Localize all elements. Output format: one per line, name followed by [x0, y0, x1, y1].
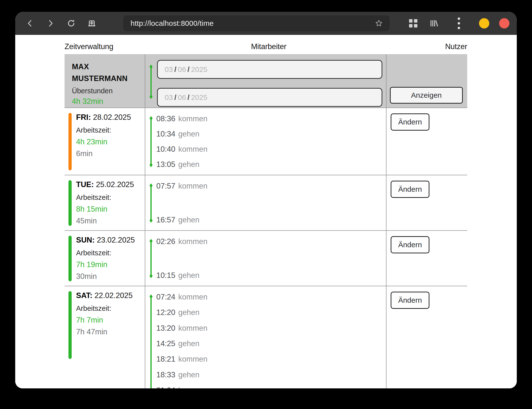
- tab-overview-icon[interactable]: [407, 17, 419, 29]
- day-date: SAT: 22.02.2025: [76, 291, 143, 300]
- worktime-secondary: 45min: [76, 217, 143, 225]
- change-button-cell: Ändern: [386, 286, 467, 388]
- url-bar[interactable]: http://localhost:8000/time: [123, 15, 390, 31]
- web-page: Zeitverwaltung Mitarbeiter Nutzer MAX MU…: [15, 35, 517, 388]
- day-info-cell: TUE: 25.02.2025 Arbeitszeit: 8h 15min 45…: [65, 175, 145, 230]
- time-table: MAX MUSTERMANN Überstunden 4h 32min 03/0…: [65, 54, 467, 388]
- day-timeline: [150, 297, 152, 388]
- time-entry: 10:34gehen: [156, 129, 386, 139]
- forward-button[interactable]: [45, 17, 56, 29]
- time-entry: 18:33gehen: [156, 370, 386, 380]
- time-entry: 13:05gehen: [156, 159, 386, 170]
- day-status-bar: [68, 180, 72, 226]
- day-status-bar: [68, 236, 72, 281]
- day-date: TUE: 25.02.2025: [76, 180, 143, 189]
- menu-kebab-icon[interactable]: [454, 17, 464, 29]
- employee-summary-cell: MAX MUSTERMANN Überstunden 4h 32min: [65, 55, 145, 108]
- toolbar-right-group: [407, 17, 509, 29]
- time-entry: 16:57gehen: [156, 215, 386, 225]
- time-entry: 08:36kommen: [156, 114, 386, 124]
- browser-toolbar: http://localhost:8000/time: [15, 12, 517, 35]
- worktime-label: Arbeitszeit:: [76, 249, 143, 257]
- nav-mitarbeiter[interactable]: Mitarbeiter: [251, 42, 286, 51]
- library-icon[interactable]: [428, 17, 440, 29]
- browser-window: http://localhost:8000/time: [15, 12, 517, 388]
- new-tab-button[interactable]: [86, 17, 98, 29]
- day-timeline: [150, 241, 152, 276]
- day-date: SUN: 23.02.2025: [76, 236, 143, 245]
- nav-zeitverwaltung[interactable]: Zeitverwaltung: [65, 42, 113, 51]
- date-range-cell: 03/06/2025 03/06/2025: [145, 55, 386, 108]
- worktime-value: 7h 7min: [76, 316, 143, 325]
- change-button-cell: Ändern: [386, 108, 467, 175]
- time-entry: 12:20gehen: [156, 307, 386, 318]
- time-entry: 21:04kommen: [156, 385, 386, 388]
- time-entry: 18:21kommen: [156, 354, 386, 364]
- day-info-cell: SAT: 22.02.2025 Arbeitszeit: 7h 7min 7h …: [65, 286, 145, 388]
- day-status-bar: [68, 291, 72, 359]
- aendern-button[interactable]: Ändern: [391, 236, 429, 253]
- day-info-cell: FRI: 28.02.2025 Arbeitszeit: 4h 23min 6m…: [65, 108, 145, 175]
- day-timeline: [150, 186, 152, 220]
- overtime-label: Überstunden: [72, 87, 141, 95]
- window-close-button[interactable]: [499, 18, 509, 28]
- time-entries-cell: 08:36kommen 10:34gehen 10:40kommen 13:05…: [145, 108, 386, 175]
- aendern-button[interactable]: Ändern: [391, 113, 429, 131]
- worktime-label: Arbeitszeit:: [76, 193, 143, 202]
- time-entry: 10:40kommen: [156, 144, 386, 154]
- time-entry: 14:25gehen: [156, 339, 386, 349]
- table-row: TUE: 25.02.2025 Arbeitszeit: 8h 15min 45…: [65, 175, 467, 231]
- time-entries-cell: 02:26kommen 10:15gehen: [145, 231, 386, 286]
- employee-name: MAX MUSTERMANN: [72, 61, 141, 84]
- worktime-label: Arbeitszeit:: [76, 126, 143, 134]
- worktime-value: 7h 19min: [76, 260, 143, 269]
- table-row: SAT: 22.02.2025 Arbeitszeit: 7h 7min 7h …: [65, 286, 467, 388]
- back-button[interactable]: [24, 17, 36, 29]
- worktime-label: Arbeitszeit:: [76, 304, 143, 313]
- time-entry: 07:57kommen: [156, 181, 386, 191]
- aendern-button[interactable]: Ändern: [391, 292, 429, 309]
- overtime-value: 4h 32min: [72, 97, 141, 106]
- nav-nutzer[interactable]: Nutzer: [445, 42, 467, 51]
- window-minimize-button[interactable]: [479, 18, 489, 28]
- worktime-secondary: 6min: [76, 149, 143, 158]
- desktop-background: http://localhost:8000/time: [0, 0, 532, 409]
- table-row: FRI: 28.02.2025 Arbeitszeit: 4h 23min 6m…: [65, 108, 467, 175]
- time-entries-cell: 07:57kommen 16:57gehen: [145, 175, 386, 230]
- aendern-button[interactable]: Ändern: [391, 181, 429, 198]
- day-info-cell: SUN: 23.02.2025 Arbeitszeit: 7h 19min 30…: [65, 231, 145, 286]
- worktime-secondary: 30min: [76, 272, 143, 281]
- date-to-input[interactable]: 03/06/2025: [157, 88, 382, 107]
- time-entry: 13:20kommen: [156, 323, 386, 333]
- reload-button[interactable]: [65, 17, 77, 29]
- time-entry: 07:24kommen: [156, 292, 386, 302]
- time-entry: 02:26kommen: [156, 236, 386, 247]
- day-status-bar: [68, 113, 72, 170]
- day-date: FRI: 28.02.2025: [76, 113, 143, 122]
- table-row: SUN: 23.02.2025 Arbeitszeit: 7h 19min 30…: [65, 231, 467, 286]
- show-button-cell: Anzeigen: [386, 55, 467, 108]
- time-entry: 10:15gehen: [156, 270, 386, 281]
- worktime-value: 4h 23min: [76, 137, 143, 146]
- time-entries-cell: 07:24kommen 12:20gehen 13:20kommen 14:25…: [145, 286, 386, 388]
- day-timeline: [150, 118, 152, 165]
- change-button-cell: Ändern: [386, 175, 467, 230]
- date-range-timeline: [150, 67, 152, 97]
- table-header-row: MAX MUSTERMANN Überstunden 4h 32min 03/0…: [65, 55, 467, 108]
- bookmark-star-icon[interactable]: [374, 18, 384, 28]
- app-navbar: Zeitverwaltung Mitarbeiter Nutzer: [65, 40, 467, 54]
- worktime-secondary: 7h 47min: [76, 327, 143, 336]
- change-button-cell: Ändern: [386, 231, 467, 286]
- worktime-value: 8h 15min: [76, 205, 143, 214]
- url-text: http://localhost:8000/time: [131, 19, 374, 27]
- anzeigen-button[interactable]: Anzeigen: [390, 87, 463, 104]
- date-from-input[interactable]: 03/06/2025: [157, 60, 382, 79]
